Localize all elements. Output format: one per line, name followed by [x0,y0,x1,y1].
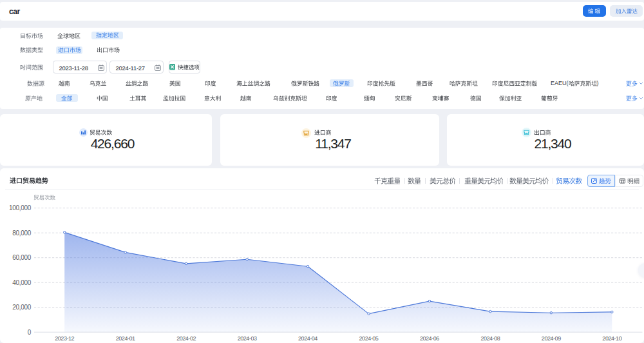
svg-text:2024-08: 2024-08 [480,335,500,342]
svg-text:2024-01: 2024-01 [116,335,135,342]
svg-text:2024-06: 2024-06 [420,335,439,342]
svg-text:60,000: 60,000 [12,254,32,261]
svg-text:2024-02: 2024-02 [176,335,196,342]
svg-text:2024-03: 2024-03 [238,335,257,342]
svg-text:2024-09: 2024-09 [542,335,561,342]
svg-text:2024-10: 2024-10 [602,335,621,342]
svg-text:40,000: 40,000 [12,279,32,286]
svg-text:0: 0 [28,329,32,336]
svg-text:80,000: 80,000 [12,230,32,237]
svg-text:100,000: 100,000 [9,204,32,211]
svg-text:2024-04: 2024-04 [298,335,317,342]
svg-text:20,000: 20,000 [12,304,32,311]
svg-text:2024-05: 2024-05 [359,335,379,342]
svg-text:2023-12: 2023-12 [55,335,74,342]
